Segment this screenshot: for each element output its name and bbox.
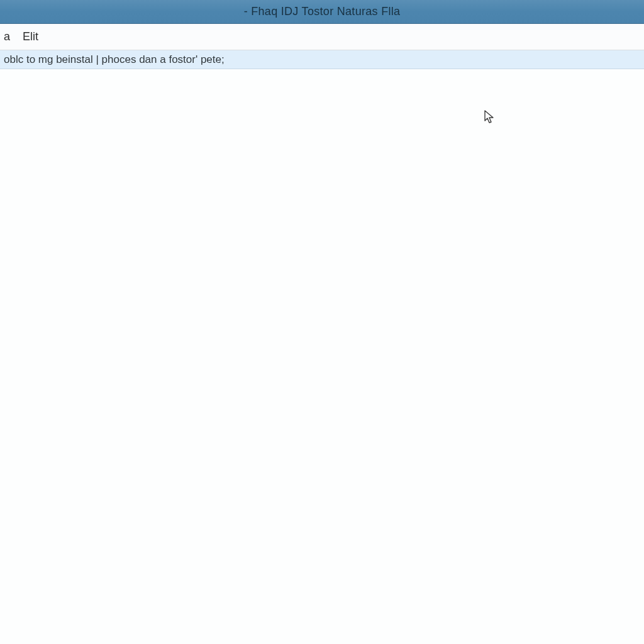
toolbar: oblc to mg beinstal | phoces dan a fosto… — [0, 50, 644, 69]
menu-item-1[interactable]: a — [0, 26, 15, 47]
menubar: a Elit — [0, 24, 644, 50]
menu-item-edit[interactable]: Elit — [15, 26, 46, 47]
window-title: - Fhaq IDJ Tostor Naturas Flla — [244, 5, 401, 18]
toolbar-text: oblc to mg beinstal | phoces dan a fosto… — [4, 53, 225, 66]
content-area[interactable] — [0, 69, 644, 644]
window-titlebar[interactable]: - Fhaq IDJ Tostor Naturas Flla — [0, 0, 644, 24]
mouse-cursor-icon — [484, 110, 496, 125]
